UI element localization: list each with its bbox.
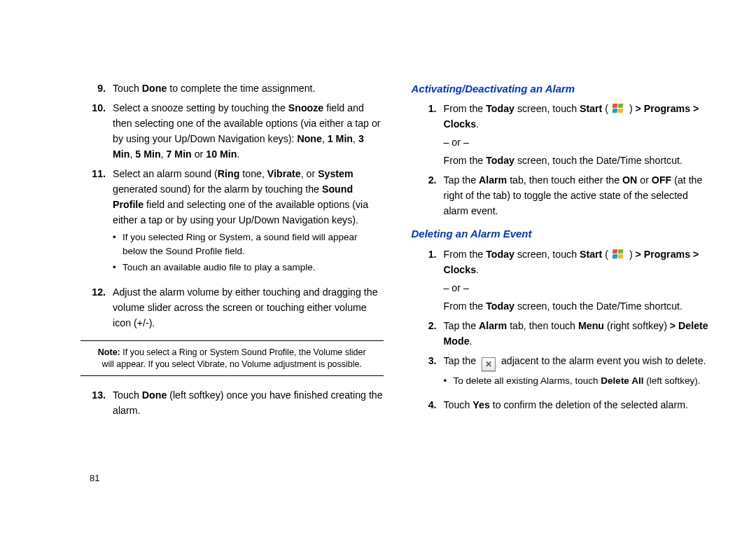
note-box: Note: If you select a Ring or System Sou… bbox=[80, 340, 384, 377]
step-alt-text: From the Today screen, touch the Date/Ti… bbox=[444, 153, 715, 168]
step-text: Tap the ✕ adjacent to the alarm event yo… bbox=[444, 353, 715, 394]
step-item: 12.Adjust the alarm volume by either tou… bbox=[80, 284, 384, 331]
step-text: From the Today screen, touch Start ( ) >… bbox=[444, 247, 715, 314]
step-number: 13. bbox=[80, 387, 113, 418]
step-number: 11. bbox=[80, 166, 113, 280]
activating-steps: 1.From the Today screen, touch Start ( )… bbox=[412, 101, 715, 219]
step-number: 9. bbox=[80, 81, 113, 96]
step-text: Touch Done to complete the time assignme… bbox=[113, 81, 384, 96]
step-item: 10.Select a snooze setting by touching t… bbox=[80, 100, 384, 162]
step-item: 4.Touch Yes to confirm the deletion of t… bbox=[412, 397, 715, 413]
step-text: Touch Yes to confirm the deletion of the… bbox=[444, 397, 715, 413]
step-item: 2.Tap the Alarm tab, then touch either t… bbox=[412, 172, 715, 219]
bullet-item: Touch an available audio file to play a … bbox=[113, 261, 384, 275]
left-steps-continued: 13.Touch Done (left softkey) once you ha… bbox=[80, 387, 384, 418]
note-label: Note: bbox=[98, 347, 120, 357]
step-number: 1. bbox=[412, 247, 444, 314]
step-number: 12. bbox=[80, 284, 113, 331]
left-column: 9.Touch Done to complete the time assign… bbox=[80, 81, 384, 422]
sub-bullets: To delete all existing Alarms, touch Del… bbox=[444, 374, 715, 388]
bullet-item: If you selected Ring or System, a sound … bbox=[113, 230, 384, 258]
or-text: – or – bbox=[444, 134, 715, 150]
right-column: Activating/Deactivating an Alarm 1.From … bbox=[412, 81, 715, 422]
step-item: 11.Select an alarm sound (Ring tone, Vib… bbox=[80, 166, 384, 280]
step-item: 1.From the Today screen, touch Start ( )… bbox=[412, 101, 715, 168]
manual-page: 9.Touch Done to complete the time assign… bbox=[0, 0, 756, 422]
step-text: From the Today screen, touch Start ( ) >… bbox=[444, 101, 715, 168]
step-number: 10. bbox=[80, 100, 113, 162]
page-number: 81 bbox=[90, 473, 99, 483]
step-text: Tap the Alarm tab, then touch Menu (righ… bbox=[444, 318, 715, 349]
heading-deleting: Deleting an Alarm Event bbox=[412, 226, 715, 242]
bullet-item: To delete all existing Alarms, touch Del… bbox=[444, 374, 715, 388]
note-text: If you select a Ring or System Sound Pro… bbox=[102, 347, 365, 369]
step-text: Adjust the alarm volume by either touchi… bbox=[113, 284, 384, 331]
step-item: 2.Tap the Alarm tab, then touch Menu (ri… bbox=[412, 318, 715, 349]
sub-bullets: If you selected Ring or System, a sound … bbox=[113, 230, 384, 275]
step-alt-text: From the Today screen, touch the Date/Ti… bbox=[444, 298, 715, 314]
step-item: 3.Tap the ✕ adjacent to the alarm event … bbox=[412, 353, 715, 394]
step-item: 13.Touch Done (left softkey) once you ha… bbox=[80, 387, 384, 418]
step-text: Tap the Alarm tab, then touch either the… bbox=[444, 172, 715, 219]
step-item: 9.Touch Done to complete the time assign… bbox=[80, 81, 384, 96]
step-text: Touch Done (left softkey) once you have … bbox=[113, 387, 384, 418]
step-number: 4. bbox=[412, 397, 444, 413]
step-number: 2. bbox=[412, 318, 444, 349]
left-steps: 9.Touch Done to complete the time assign… bbox=[80, 81, 384, 331]
or-text: – or – bbox=[444, 280, 715, 296]
deleting-steps: 1.From the Today screen, touch Start ( )… bbox=[412, 247, 715, 413]
step-number: 3. bbox=[412, 353, 444, 394]
heading-activating: Activating/Deactivating an Alarm bbox=[412, 81, 715, 97]
step-item: 1.From the Today screen, touch Start ( )… bbox=[412, 247, 715, 314]
step-number: 1. bbox=[412, 101, 444, 168]
step-text: Select a snooze setting by touching the … bbox=[113, 100, 384, 162]
step-number: 2. bbox=[412, 172, 444, 219]
step-text: Select an alarm sound (Ring tone, Vibrat… bbox=[113, 166, 384, 280]
